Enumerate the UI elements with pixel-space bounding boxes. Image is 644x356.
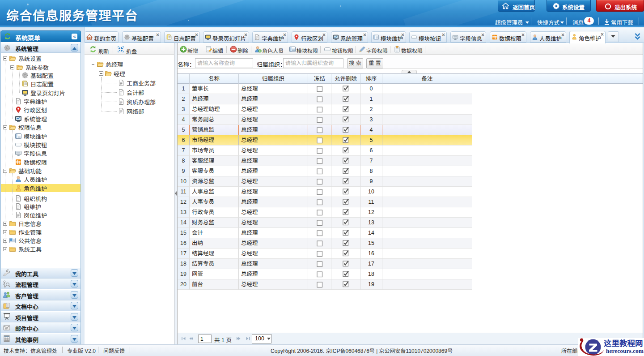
svg-text:herecours.com: herecours.com [606, 347, 644, 354]
svg-text:这里教程网: 这里教程网 [604, 338, 643, 348]
